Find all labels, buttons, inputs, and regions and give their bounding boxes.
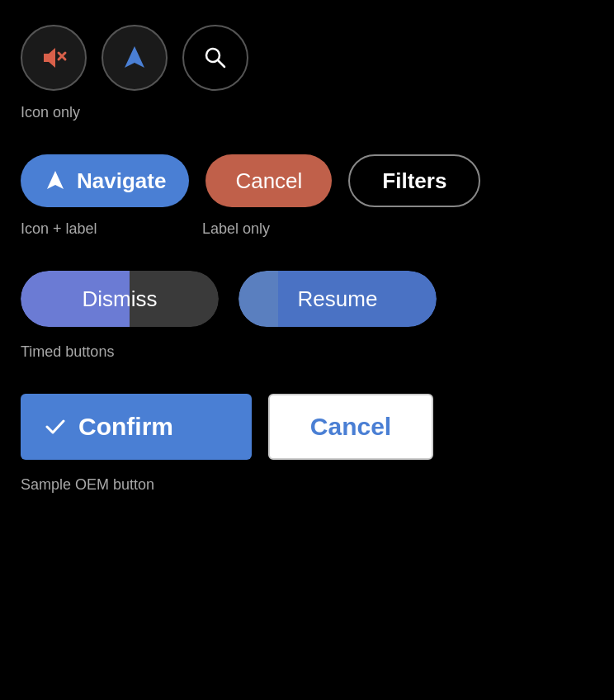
navigate-button-label: Navigate [77, 168, 166, 194]
navigate-button[interactable]: Navigate [21, 154, 189, 207]
confirm-button[interactable]: Confirm [21, 394, 252, 460]
svg-marker-3 [125, 46, 144, 68]
resume-bg-left [239, 271, 278, 327]
mute-icon [39, 43, 68, 73]
navigate-circle-icon [120, 43, 149, 73]
filters-label: Filters [382, 168, 446, 193]
dismiss-button[interactable]: Dismiss [21, 271, 219, 327]
section-oem: Confirm Cancel Sample OEM button [21, 394, 593, 494]
icon-only-label: Icon only [21, 104, 593, 121]
oem-label: Sample OEM button [21, 476, 593, 494]
svg-marker-0 [44, 48, 55, 68]
timed-row: Dismiss Resume [21, 271, 593, 327]
cancel-red-label: Cancel [235, 168, 302, 193]
label-only-sublabel: Label only [202, 220, 270, 238]
page-container: Icon only Navigate Cancel Filters Icon +… [0, 0, 614, 535]
timed-label: Timed buttons [21, 343, 593, 361]
section-icon-label: Navigate Cancel Filters Icon + label Lab… [21, 154, 593, 238]
icon-row [21, 25, 593, 91]
svg-line-5 [218, 60, 224, 67]
dismiss-label: Dismiss [83, 286, 158, 312]
navigate-circle-button[interactable] [102, 25, 168, 91]
filters-button[interactable]: Filters [348, 154, 480, 207]
cancel-oem-button[interactable]: Cancel [268, 394, 433, 460]
resume-label: Resume [298, 286, 378, 312]
cancel-red-button[interactable]: Cancel [205, 154, 332, 207]
oem-row: Confirm Cancel [21, 394, 593, 460]
section-timed: Dismiss Resume Timed buttons [21, 271, 593, 361]
confirm-label: Confirm [78, 413, 173, 441]
cancel-oem-label: Cancel [310, 413, 391, 440]
icon-label-sublabel: Icon + label [21, 220, 186, 238]
button-labels-row: Icon + label Label only [21, 220, 593, 238]
search-circle-button[interactable] [182, 25, 248, 91]
svg-marker-6 [47, 171, 64, 189]
button-row-1: Navigate Cancel Filters [21, 154, 593, 207]
resume-button[interactable]: Resume [239, 271, 437, 327]
mute-button[interactable] [21, 25, 87, 91]
navigate-btn-icon [44, 169, 67, 192]
search-circle-icon [201, 44, 229, 72]
section-icon-only: Icon only [21, 25, 593, 121]
checkmark-icon [44, 415, 67, 438]
